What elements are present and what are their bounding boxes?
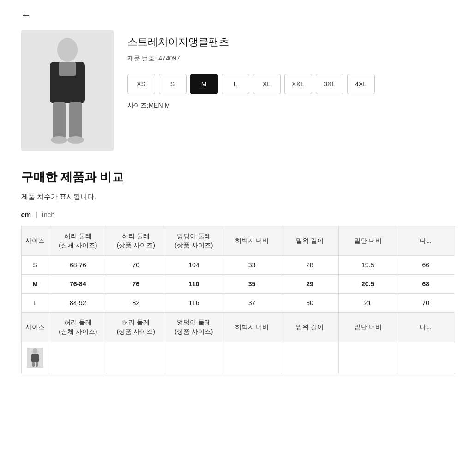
table-cell: 76-84 [49, 275, 107, 294]
table-cell: S [21, 256, 49, 275]
table-cell: 19.5 [339, 256, 397, 275]
table-cell-empty [281, 342, 339, 374]
table-cell: L [21, 294, 49, 313]
svg-point-7 [67, 136, 84, 144]
size-label: 사이즈:MEN M [127, 102, 455, 110]
compare-subtitle: 제품 치수가 표시됩니다. [21, 193, 455, 201]
product-title: 스트레치이지앵클팬츠 [127, 35, 455, 49]
size-button-xs[interactable]: XS [127, 74, 155, 94]
table-footer-header: 허벅지 너비 [223, 313, 281, 342]
table-cell: 104 [165, 256, 223, 275]
svg-rect-3 [59, 62, 76, 76]
table-cell: 28 [281, 256, 339, 275]
table-footer-header: 허리 둘레 (상품 사이즈) [107, 313, 165, 342]
table-cell: 68-76 [49, 256, 107, 275]
table-header: 허리 둘레 (상품 사이즈) [107, 226, 165, 256]
table-header: 밑위 길이 [281, 226, 339, 256]
unit-cm[interactable]: cm [21, 211, 31, 218]
table-cell-empty [165, 342, 223, 374]
table-header: 밑단 너비 [339, 226, 397, 256]
unit-inch[interactable]: inch [42, 211, 55, 218]
size-button-l[interactable]: L [222, 74, 249, 94]
table-header: 다... [397, 226, 455, 256]
table-cell: 70 [107, 256, 165, 275]
unit-switcher: cm | inch [21, 211, 455, 218]
table-cell-empty [49, 342, 107, 374]
size-button-xxl[interactable]: XXL [284, 74, 312, 94]
table-footer-header: 엉덩이 둘레 (상품 사이즈) [165, 313, 223, 342]
table-cell: 84-92 [49, 294, 107, 313]
table-cell: M [21, 275, 49, 294]
product-number: 제품 번호: 474097 [127, 54, 455, 63]
size-button-s[interactable]: S [159, 74, 187, 94]
svg-rect-11 [32, 362, 35, 367]
back-button[interactable]: ← [21, 9, 31, 21]
table-cell: 68 [397, 275, 455, 294]
table-cell: 70 [397, 294, 455, 313]
table-cell-empty [339, 342, 397, 374]
svg-point-6 [51, 136, 67, 144]
table-cell: 35 [223, 275, 281, 294]
compare-title: 구매한 제품과 비교 [21, 169, 455, 185]
product-image [21, 30, 114, 151]
table-footer-header: 사이즈 [21, 313, 49, 342]
table-cell: 76 [107, 275, 165, 294]
table-cell: 21 [339, 294, 397, 313]
product-thumbnail [21, 342, 49, 374]
table-cell: 116 [165, 294, 223, 313]
table-cell-empty [223, 342, 281, 374]
svg-rect-10 [31, 354, 39, 362]
table-header: 허리 둘레 (신체 사이즈) [49, 226, 107, 256]
table-header: 사이즈 [21, 226, 49, 256]
table-cell: 37 [223, 294, 281, 313]
svg-point-1 [57, 38, 78, 62]
table-footer-header: 다... [397, 313, 455, 342]
table-cell: 66 [397, 256, 455, 275]
size-button-m[interactable]: M [190, 74, 218, 94]
table-row: M76-8476110352920.568 [21, 275, 455, 294]
table-cell-empty [397, 342, 455, 374]
svg-rect-5 [69, 102, 82, 139]
compare-section: 구매한 제품과 비교 제품 치수가 표시됩니다. cm | inch 사이즈허리… [21, 169, 455, 374]
size-button-4xl[interactable]: 4XL [347, 74, 375, 94]
svg-point-9 [33, 348, 37, 354]
table-footer-header: 밑단 너비 [339, 313, 397, 342]
svg-rect-12 [36, 362, 38, 367]
table-footer-header: 밑위 길이 [281, 313, 339, 342]
table-row: L84-928211637302170 [21, 294, 455, 313]
product-info: 스트레치이지앵클팬츠 제품 번호: 474097 XSSMLXLXXL3XL4X… [127, 30, 455, 151]
table-footer-header: 허리 둘레 (신체 사이즈) [49, 313, 107, 342]
table-header: 허벅지 너비 [223, 226, 281, 256]
table-cell: 110 [165, 275, 223, 294]
product-header: 스트레치이지앵클팬츠 제품 번호: 474097 XSSMLXLXXL3XL4X… [21, 30, 455, 151]
size-buttons: XSSMLXLXXL3XL4XL [127, 74, 455, 94]
table-cell-empty [107, 342, 165, 374]
size-button-3xl[interactable]: 3XL [316, 74, 343, 94]
size-button-xl[interactable]: XL [253, 74, 281, 94]
svg-rect-4 [53, 102, 66, 139]
size-table: 사이즈허리 둘레 (신체 사이즈)허리 둘레 (상품 사이즈)엉덩이 둘레 (상… [21, 226, 455, 374]
table-cell: 33 [223, 256, 281, 275]
table-thumb-row [21, 342, 455, 374]
table-cell: 82 [107, 294, 165, 313]
table-cell: 30 [281, 294, 339, 313]
table-cell: 29 [281, 275, 339, 294]
table-row: S68-7670104332819.566 [21, 256, 455, 275]
unit-divider: | [36, 211, 37, 218]
table-cell: 20.5 [339, 275, 397, 294]
table-header: 엉덩이 둘레 (상품 사이즈) [165, 226, 223, 256]
